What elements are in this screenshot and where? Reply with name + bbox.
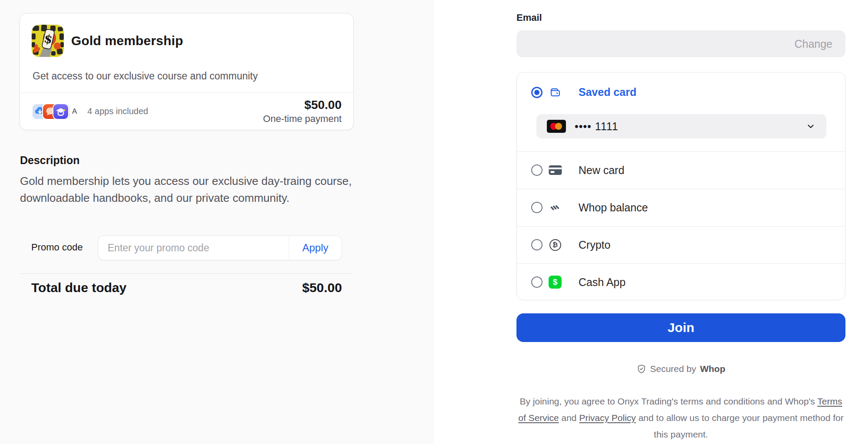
email-field: Change [516, 30, 845, 57]
product-artwork-icon: $ [32, 25, 64, 57]
apps-price-row: A 4 apps included $50.00 One-time paymen… [20, 93, 353, 130]
saved-card-label: Saved card [579, 86, 636, 99]
legal-part1: By joining, you agree to Onyx Trading's … [519, 396, 817, 406]
shield-check-icon [637, 364, 646, 374]
checkout-page: $ Gold membership Get access to our excl… [0, 0, 868, 444]
cash-app-radio[interactable] [531, 276, 542, 288]
payment-option-label: Crypto [579, 239, 611, 251]
app-icon-stack: A [33, 104, 77, 119]
description-heading: Description [20, 154, 80, 167]
product-price: $50.00 [263, 98, 342, 112]
payment-type-label: One-time payment [263, 113, 342, 125]
apps-count-label: 4 apps included [87, 106, 148, 116]
cashapp-icon: $ [548, 275, 562, 289]
payment-option-label: Cash App [579, 276, 625, 289]
email-input[interactable] [516, 30, 798, 57]
change-email-button[interactable]: Change [792, 30, 835, 57]
total-divider [20, 273, 353, 274]
promo-code-box: Apply [98, 235, 342, 260]
order-summary-panel: $ Gold membership Get access to our excl… [0, 0, 434, 444]
legal-part3: and to allow us to charge your payment m… [636, 413, 844, 439]
secured-brand: Whop [700, 364, 725, 374]
email-label: Email [516, 12, 542, 23]
promo-code-label: Promo code [31, 242, 83, 253]
apps-overflow-letter: A [72, 107, 77, 116]
description-body: Gold membership lets you access our excl… [20, 173, 354, 207]
payment-option-cash-app[interactable]: $ Cash App [517, 263, 845, 301]
chevron-down-icon [806, 121, 816, 132]
payment-panel: Email Change Saved card [434, 0, 868, 444]
secured-by-text: Secured by [650, 364, 696, 374]
payment-option-label: Whop balance [579, 201, 648, 214]
course-app-icon [53, 104, 68, 119]
payment-methods-card: Saved card •••• 1111 [516, 72, 845, 300]
payment-option-whop-balance[interactable]: Whop balance [517, 189, 845, 226]
payment-option-label: New card [579, 164, 625, 177]
bitcoin-icon: ₿ [548, 238, 562, 252]
join-button[interactable]: Join [516, 313, 845, 342]
cashapp-glyph: $ [553, 277, 558, 287]
bitcoin-glyph: ₿ [552, 241, 558, 249]
payment-option-crypto[interactable]: ₿ Crypto [517, 226, 845, 263]
legal-text: By joining, you agree to Onyx Trading's … [516, 393, 845, 443]
product-title: Gold membership [71, 33, 183, 48]
promo-code-input[interactable] [98, 236, 289, 260]
apply-promo-button[interactable]: Apply [289, 236, 342, 260]
saved-card-select[interactable]: •••• 1111 [536, 114, 826, 138]
total-label: Total due today [31, 280, 126, 295]
product-subtitle: Get access to our exclusive course and c… [33, 70, 258, 82]
new-card-radio[interactable] [531, 164, 542, 176]
product-card: $ Gold membership Get access to our excl… [20, 13, 354, 130]
mastercard-icon [547, 120, 566, 133]
secured-by-row: Secured by Whop [516, 364, 845, 374]
legal-part2: and [559, 413, 579, 423]
payment-option-new-card[interactable]: New card [517, 151, 845, 189]
total-row: Total due today $50.00 [31, 280, 342, 295]
whop-balance-radio[interactable] [531, 202, 542, 213]
payment-option-saved-card[interactable]: Saved card [517, 72, 845, 112]
privacy-policy-link[interactable]: Privacy Policy [579, 413, 636, 423]
credit-card-icon [548, 163, 562, 177]
card-number: •••• 1111 [575, 120, 618, 133]
total-value: $50.00 [302, 280, 342, 295]
wallet-icon [548, 86, 562, 99]
crypto-radio[interactable] [531, 239, 542, 250]
whop-logo-icon [548, 201, 562, 214]
saved-card-radio[interactable] [531, 87, 542, 98]
